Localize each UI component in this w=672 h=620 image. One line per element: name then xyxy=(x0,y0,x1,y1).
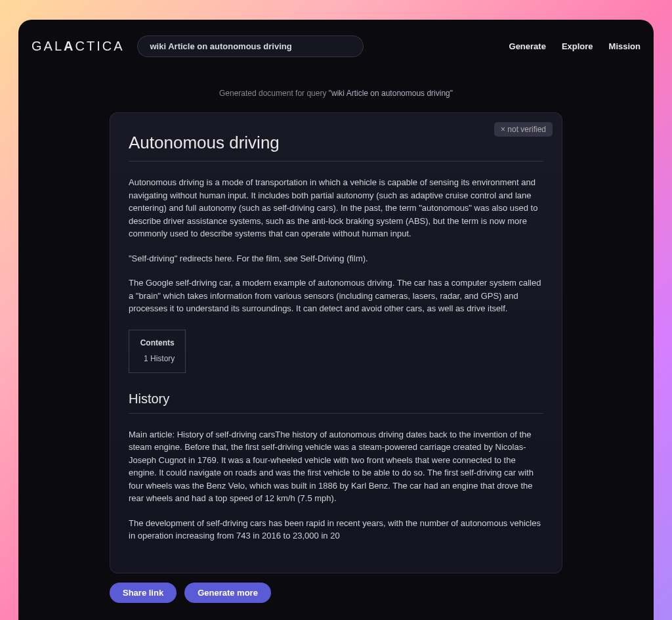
article-paragraph: Main article: History of self-driving ca… xyxy=(129,428,543,505)
article-title: Autonomous driving xyxy=(129,133,543,153)
query-prefix: Generated document for query xyxy=(219,89,329,98)
section-title-history: History xyxy=(129,391,543,407)
generated-document: × not verified Autonomous driving Autono… xyxy=(110,112,562,573)
article-paragraph: "Self-driving" redirects here. For the f… xyxy=(129,252,543,265)
share-link-button[interactable]: Share link xyxy=(110,583,177,603)
header: GALACTICA Generate Explore Mission xyxy=(32,35,640,65)
article-paragraph: Autonomous driving is a mode of transpor… xyxy=(129,176,543,240)
article-paragraph: The development of self-driving cars has… xyxy=(129,517,543,542)
contents-box: Contents 1 History xyxy=(129,330,186,373)
query-text: "wiki Article on autonomous driving" xyxy=(329,89,453,98)
query-line: Generated document for query "wiki Artic… xyxy=(32,89,640,98)
contents-item-history[interactable]: 1 History xyxy=(140,354,175,363)
nav-mission[interactable]: Mission xyxy=(609,41,640,51)
search-input[interactable] xyxy=(137,35,364,57)
generate-more-button[interactable]: Generate more xyxy=(184,583,271,603)
article-paragraph: The Google self-driving car, a modern ex… xyxy=(129,277,543,315)
logo-text-bold: A xyxy=(64,39,75,53)
contents-title: Contents xyxy=(140,338,175,347)
article-body: Autonomous driving is a mode of transpor… xyxy=(129,176,543,542)
nav-links: Generate Explore Mission xyxy=(509,41,640,51)
app-window: GALACTICA Generate Explore Mission Gener… xyxy=(18,20,654,620)
title-divider xyxy=(129,161,543,162)
section-divider xyxy=(129,413,543,414)
logo-text-prefix: GAL xyxy=(32,39,64,53)
logo: GALACTICA xyxy=(32,39,124,54)
nav-explore[interactable]: Explore xyxy=(562,41,593,51)
nav-generate[interactable]: Generate xyxy=(509,41,546,51)
logo-text-suffix: CTICA xyxy=(75,39,124,53)
not-verified-badge[interactable]: × not verified xyxy=(494,122,553,137)
search-container xyxy=(137,35,364,57)
action-buttons: Share link Generate more xyxy=(110,583,562,603)
